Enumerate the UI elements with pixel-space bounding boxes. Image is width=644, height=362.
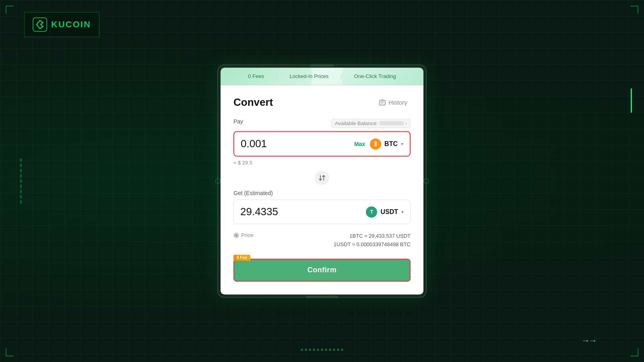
frame-corner-tr xyxy=(630,6,638,14)
price-label: ● Price: xyxy=(233,232,254,238)
pay-label: Pay xyxy=(233,118,243,125)
banner-prices-text: Locked-In Prices xyxy=(289,73,328,79)
confirm-button-wrapper: 0 Fee Confirm xyxy=(233,259,411,282)
swap-button[interactable] xyxy=(315,171,329,185)
confirm-button[interactable]: Confirm xyxy=(233,259,411,282)
left-dashes xyxy=(20,158,22,204)
banner-divider-1: | xyxy=(276,73,277,79)
banner-trading-text: One-Click Trading xyxy=(354,73,396,79)
price-values: 1BTC ≈ 29,433.537 USDT 1USDT ≈ 0.0000339… xyxy=(334,232,411,249)
available-balance-label: Available Balance: xyxy=(335,120,378,126)
price-row: ● Price: 1BTC ≈ 29,433.537 USDT 1USDT ≈ … xyxy=(233,232,411,249)
price-line-1: 1BTC ≈ 29,433.537 USDT xyxy=(334,232,411,241)
get-token-name: USDT xyxy=(380,208,398,216)
price-info-icon: ● xyxy=(233,232,239,238)
frame-bottom-line xyxy=(306,296,338,298)
swap-row xyxy=(233,171,411,185)
available-balance-chevron: › xyxy=(405,120,407,126)
kucoin-logo: KUCOIN xyxy=(24,12,99,37)
banner-item-prices: Locked-In Prices xyxy=(289,73,328,79)
history-button[interactable]: History xyxy=(376,97,411,108)
zero-fee-badge: 0 Fee xyxy=(233,255,250,261)
modal-title: Convert xyxy=(233,96,273,109)
btc-icon: ₿ xyxy=(370,138,381,150)
pay-token-name: BTC xyxy=(384,140,398,148)
history-label: History xyxy=(388,99,407,106)
modal-card: Convert History Pay Available Balanc xyxy=(221,85,423,294)
frame-corner-br xyxy=(630,348,638,356)
get-value: 29.4335 xyxy=(240,206,278,218)
max-button[interactable]: Max xyxy=(354,141,365,147)
banner-divider-2: | xyxy=(341,73,342,79)
price-line-2: 1USDT ≈ 0.0000339748498 BTC xyxy=(334,241,411,249)
swap-icon xyxy=(318,174,326,181)
price-label-text: Price: xyxy=(241,232,254,238)
pay-input-value: 0.001 xyxy=(241,138,354,150)
banner-item-fees: 0 Fees xyxy=(248,73,264,79)
tech-frame: 0 Fees | Locked-In Prices | One-Click Tr… xyxy=(217,64,427,298)
usd-approx: ≈ $ 29.5 xyxy=(233,160,411,166)
get-input-box: 29.4335 T USDT ▾ xyxy=(233,200,411,224)
svg-rect-0 xyxy=(33,18,47,31)
btc-token-selector[interactable]: ₿ BTC ▾ xyxy=(370,138,403,150)
available-balance[interactable]: Available Balance: › xyxy=(331,119,411,128)
svg-rect-1 xyxy=(380,100,385,105)
pay-input-box: 0.001 Max ₿ BTC ▾ xyxy=(233,131,411,156)
modal-outer: 0 Fees | Locked-In Prices | One-Click Tr… xyxy=(217,64,427,298)
frame-top-line xyxy=(310,64,334,66)
usdt-token-selector[interactable]: T USDT ▾ xyxy=(366,206,404,218)
frame-corner-bl xyxy=(6,348,14,356)
top-banner: 0 Fees | Locked-In Prices | One-Click Tr… xyxy=(221,68,423,85)
frame-corner-tl xyxy=(6,6,14,14)
get-label: Get (Estimated) xyxy=(233,190,411,196)
right-deco-bar-1 xyxy=(631,88,632,113)
banner-fees-text: 0 Fees xyxy=(248,73,264,79)
history-icon xyxy=(379,99,386,106)
banner-item-trading: One-Click Trading xyxy=(354,73,396,79)
kucoin-logo-svg xyxy=(33,17,47,32)
pay-balance-row: Pay Available Balance: › xyxy=(233,118,411,128)
right-decorative-bars xyxy=(631,88,632,113)
side-circle-left xyxy=(215,178,221,184)
bottom-arrows: →→ xyxy=(581,335,596,346)
get-token-chevron: ▾ xyxy=(401,209,404,215)
kucoin-logo-text: KUCOIN xyxy=(51,19,91,30)
bottom-dots xyxy=(301,349,343,351)
modal-header: Convert History xyxy=(233,96,411,109)
usdt-icon: T xyxy=(366,206,377,218)
pay-token-chevron: ▾ xyxy=(401,141,403,147)
side-circle-right xyxy=(423,178,429,184)
available-balance-value xyxy=(380,121,404,125)
